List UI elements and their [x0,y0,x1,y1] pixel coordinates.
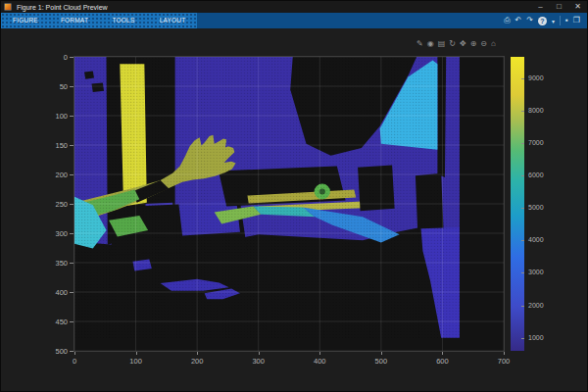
x-tick-label: 300 [247,357,270,366]
window-title: Figure 1: Point Cloud Preview [17,4,108,11]
x-tick-mark [197,352,198,355]
pin-icon[interactable]: ▪ [565,13,568,28]
y-tick-label: 100 [38,112,68,121]
colorbar-tick-label: 3000 [528,269,558,275]
y-tick-mark [70,86,74,87]
colorbar-tick-label: 9000 [528,74,558,81]
colorbar-tick-mark [521,175,524,176]
x-tick-label: 600 [430,357,454,366]
titlebar: Figure 1: Point Cloud Preview – □ ✕ [1,1,587,13]
copy-figure-icon[interactable]: ❐ [573,13,580,28]
x-tick-label: 100 [124,357,148,366]
y-tick-mark [70,351,74,352]
rotate-icon[interactable]: ↻ [449,39,456,49]
colorbar-tick-label: 5000 [528,204,558,211]
y-tick-label: 450 [38,318,68,326]
restore-view-icon[interactable]: ⌂ [491,39,496,49]
axes-toolbar: ✎◉▤↻✥⊕⊖⌂ [416,39,496,49]
colorbar-tick-label: 6000 [528,172,558,178]
zoom-out-icon[interactable]: ⊖ [480,39,487,49]
y-tick-mark [70,116,74,117]
y-tick-label: 400 [38,288,68,297]
colorbar [511,57,524,351]
toolstrip-actions: ⎙↶↷?▾▪❐ [504,13,587,28]
x-tick-label: 400 [308,357,331,366]
y-tick-mark [70,145,74,146]
toolstrip-separator [560,16,561,25]
x-tick-label: 200 [185,357,209,366]
x-tick-mark [259,352,260,355]
y-tick-mark [70,233,74,234]
colorbar-tick-mark [521,240,524,241]
y-tick-label: 200 [38,171,68,179]
colorbar-tick-mark [521,338,524,339]
y-tick-label: 50 [38,82,68,91]
y-tick-mark [70,174,74,175]
figure-window: Figure 1: Point Cloud Preview – □ ✕ FIGU… [0,0,588,392]
y-tick-label: 150 [38,141,68,150]
minimize-button[interactable]: – [531,1,550,13]
colorbar-tick-label: 4000 [528,236,558,243]
help-dropdown-icon[interactable]: ▾ [552,18,555,24]
colorbar-tick-mark [521,272,524,273]
tab-format[interactable]: FORMAT [50,13,99,28]
colorbar-tick-mark [521,78,524,79]
redo-icon[interactable]: ↷ [526,13,533,28]
x-tick-mark [319,352,320,355]
y-tick-mark [70,57,74,58]
colorbar-tick-label: 8000 [528,107,558,114]
pan-icon[interactable]: ✥ [460,39,466,49]
depth-image-axes[interactable] [74,56,505,352]
close-button[interactable]: ✕ [568,1,587,13]
x-tick-label: 0 [63,357,86,366]
zoom-in-icon[interactable]: ⊕ [470,39,477,49]
y-tick-label: 250 [38,200,68,209]
export-icon[interactable]: ▤ [438,39,446,49]
depth-image[interactable] [74,57,504,351]
colorbar-tick-label: 7000 [528,139,558,146]
y-tick-label: 350 [38,259,68,268]
undo-icon[interactable]: ↶ [515,13,522,28]
colorbar-tick-label: 1000 [528,334,558,341]
x-tick-mark [74,352,75,355]
tab-layout[interactable]: LAYOUT [148,13,197,28]
maximize-button[interactable]: □ [550,1,568,13]
help-icon[interactable]: ? [538,17,547,25]
toolstrip-tabs: FIGURE FORMAT TOOLS LAYOUT [1,13,197,28]
y-tick-mark [70,321,74,322]
x-tick-label: 500 [369,357,393,366]
figure-canvas: ✎◉▤↻✥⊕⊖⌂ 0100200300400500600700050100150… [1,28,587,392]
save-icon[interactable]: ⎙ [504,13,510,28]
colorbar-tick-mark [521,143,524,144]
colorbar-tick-label: 2000 [528,302,558,309]
y-tick-mark [70,204,74,205]
x-tick-mark [136,352,137,355]
tab-figure[interactable]: FIGURE [1,13,50,28]
tab-tools[interactable]: TOOLS [99,13,148,28]
colorbar-tick-mark [521,306,524,307]
y-tick-label: 300 [38,229,68,238]
x-tick-mark [504,352,505,355]
matlab-figure-icon [4,3,12,11]
colorbar-tick-mark [521,208,524,209]
y-tick-mark [70,292,74,293]
x-tick-mark [381,352,382,355]
y-tick-label: 500 [38,347,68,356]
x-tick-mark [442,352,443,355]
y-tick-label: 0 [38,53,68,62]
y-tick-mark [70,263,74,264]
x-tick-label: 700 [492,357,515,366]
brush-icon[interactable]: ✎ [416,39,423,49]
datatip-icon[interactable]: ◉ [427,39,434,49]
colorbar-tick-mark [521,111,524,112]
window-controls: – □ ✕ [531,1,587,13]
toolstrip: FIGURE FORMAT TOOLS LAYOUT ⎙↶↷?▾▪❐ [1,13,587,28]
